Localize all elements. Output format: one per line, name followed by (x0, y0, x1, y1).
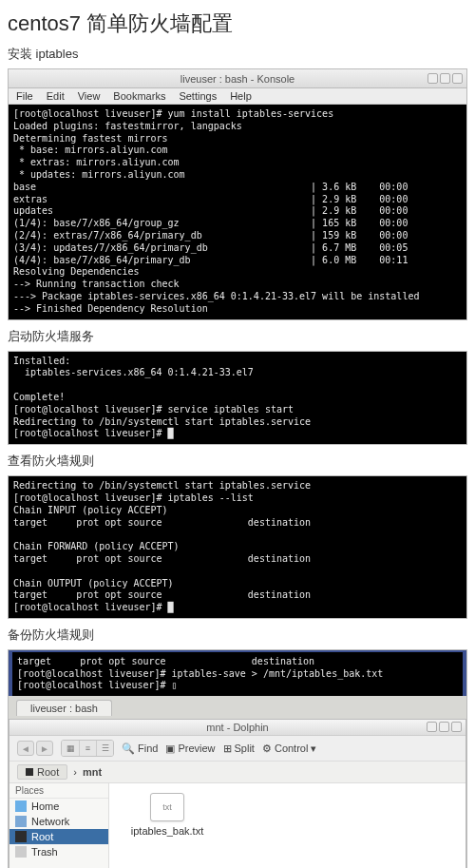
dolphin-title: mnt - Dolphin (206, 722, 268, 733)
terminal-backup-output[interactable]: target prot opt source destination [root… (12, 652, 463, 696)
network-icon (15, 816, 27, 827)
caption-install: 安装 iptables (8, 46, 467, 63)
dolphin-toolbar: ◄ ► ▦ ≡ ☰ 🔍Find ▣Preview ⊞Split ⚙Control… (10, 736, 466, 762)
root-icon (15, 831, 27, 842)
chevron-down-icon: ▾ (311, 743, 316, 755)
split-button[interactable]: ⊞Split (223, 743, 255, 755)
caption-start-service: 启动防火墙服务 (8, 328, 467, 345)
forward-button[interactable]: ► (36, 741, 53, 756)
icons-view-icon[interactable]: ▦ (62, 741, 79, 756)
gear-icon: ⚙ (262, 743, 272, 755)
konsole-menubar: File Edit View Bookmarks Settings Help (9, 88, 466, 105)
konsole-window: liveuser : bash - Konsole File Edit View… (8, 68, 467, 320)
terminal-install-output[interactable]: [root@localhost liveuser]# yum install i… (9, 105, 466, 319)
konsole-title: liveuser : bash - Konsole (180, 73, 294, 85)
konsole-titlebar: liveuser : bash - Konsole (9, 69, 466, 88)
file-name: iptables_bak.txt (131, 825, 203, 837)
sidebar-item-root[interactable]: Root (10, 829, 108, 844)
window-maximize-icon[interactable] (439, 722, 449, 732)
breadcrumb-separator: › (73, 766, 77, 778)
back-button[interactable]: ◄ (17, 741, 34, 756)
konsole-backup-window: target prot opt source destination [root… (8, 649, 467, 868)
find-button[interactable]: 🔍Find (122, 743, 158, 755)
compact-view-icon[interactable]: ≡ (79, 741, 96, 756)
menu-help[interactable]: Help (230, 90, 252, 102)
home-icon (15, 800, 27, 812)
window-minimize-icon[interactable] (427, 722, 437, 732)
menu-file[interactable]: File (16, 90, 33, 102)
breadcrumb-current[interactable]: mnt (83, 766, 102, 778)
file-item[interactable]: txt iptables_bak.txt (124, 793, 210, 837)
konsole-tab[interactable]: liveuser : bash (16, 700, 112, 716)
menu-edit[interactable]: Edit (47, 90, 65, 102)
dolphin-titlebar: mnt - Dolphin (10, 720, 466, 736)
trash-icon (15, 846, 27, 858)
window-minimize-icon[interactable] (428, 73, 438, 84)
menu-settings[interactable]: Settings (179, 90, 217, 102)
window-maximize-icon[interactable] (440, 73, 450, 84)
preview-button[interactable]: ▣Preview (165, 743, 215, 755)
breadcrumb-root[interactable]: Root (17, 764, 67, 780)
menu-view[interactable]: View (78, 90, 101, 102)
files-pane[interactable]: txt iptables_bak.txt (109, 783, 466, 868)
window-close-icon[interactable] (451, 722, 462, 732)
split-icon: ⊞ (223, 743, 232, 755)
menu-bookmarks[interactable]: Bookmarks (113, 90, 165, 102)
caption-list-rules: 查看防火墙规则 (8, 453, 467, 470)
preview-icon: ▣ (165, 743, 175, 755)
details-view-icon[interactable]: ☰ (96, 741, 113, 756)
text-file-icon: txt (150, 793, 184, 821)
window-close-icon[interactable] (452, 73, 463, 84)
view-mode-toggle[interactable]: ▦ ≡ ☰ (61, 740, 114, 757)
places-panel: Places Home Network Root Trash (10, 783, 109, 868)
sidebar-item-network[interactable]: Network (10, 814, 108, 829)
terminal-start-output[interactable]: Installed: iptables-services.x86_64 0:1.… (8, 351, 467, 446)
konsole-tab-strip: liveuser : bash (9, 696, 466, 719)
places-header: Places (10, 783, 108, 799)
dolphin-breadcrumb[interactable]: Root › mnt (10, 762, 466, 783)
terminal-list-output[interactable]: Redirecting to /bin/systemctl start ipta… (8, 475, 467, 619)
sidebar-item-trash[interactable]: Trash (10, 844, 108, 859)
search-icon: 🔍 (122, 743, 135, 755)
dolphin-window: mnt - Dolphin ◄ ► ▦ ≡ ☰ 🔍Find ▣Preview ⊞… (9, 719, 466, 868)
caption-backup-rules: 备份防火墙规则 (8, 627, 467, 644)
sidebar-item-home[interactable]: Home (10, 799, 108, 814)
page-title: centos7 简单防火墙配置 (8, 10, 467, 38)
control-button[interactable]: ⚙Control ▾ (262, 743, 316, 755)
